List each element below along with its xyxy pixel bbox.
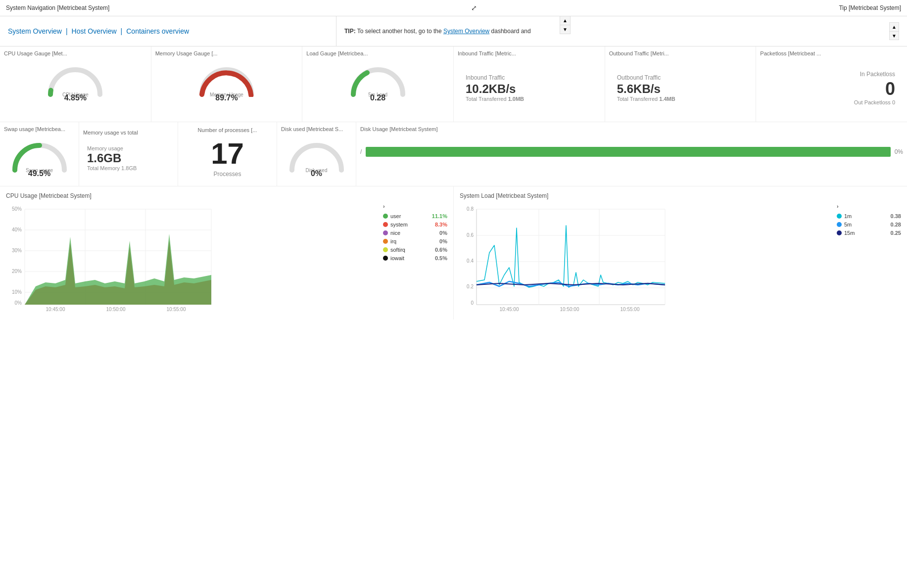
legend-softirq: softirq 0.6% — [383, 247, 447, 253]
cpu-chart-legend: › user 11.1% system 8.3% nice 0% irq 0% — [383, 203, 447, 264]
memory-gauge-container: Memory Usage 89.7% — [155, 58, 298, 106]
outbound-label: Outbound Traffic — [617, 74, 661, 81]
cpu-gauge-container: CPU Usage 4.85% — [4, 58, 147, 106]
legend-nice: nice 0% — [383, 230, 447, 236]
memory-total-title: Memory usage vs total — [83, 130, 174, 136]
svg-text:30%: 30% — [12, 248, 22, 253]
svg-text:10:55:00: 10:55:00 — [621, 307, 640, 312]
disk-bar-pct: 0% — [895, 148, 903, 155]
svg-text:0.2: 0.2 — [467, 284, 474, 289]
outbound-traffic-panel: Outbound Traffic [Metri... Outbound Traf… — [605, 46, 757, 122]
top-bar-right-title: Tip [Metricbeat System] — [839, 4, 901, 11]
in-packetloss-label: In Packetloss — [860, 71, 895, 78]
memory-gauge-panel: Memory Usage Gauge [... Memory Usage 89.… — [151, 46, 303, 122]
charts-row: CPU Usage [Metricbeat System] 50% 40% 30… — [0, 186, 907, 319]
svg-text:10:50:00: 10:50:00 — [560, 307, 579, 312]
swap-gauge-title: Swap usage [Metricbea... — [4, 126, 75, 132]
svg-text:10:55:00: 10:55:00 — [167, 307, 186, 312]
tip-link[interactable]: System Overview — [443, 28, 489, 35]
svg-text:0.4: 0.4 — [467, 258, 474, 264]
inbound-traffic-title: Inbound Traffic [Metric... — [458, 50, 601, 56]
cpu-chart-area: 50% 40% 30% 20% 10% 0% — [6, 203, 447, 314]
memory-total-panel: Memory usage vs total Memory usage 1.6GB… — [79, 122, 178, 186]
svg-text:0%: 0% — [15, 300, 22, 306]
memory-total-row: Total Memory 1.8GB — [87, 165, 170, 171]
processes-title: Number of processes [... — [198, 127, 257, 133]
expand-icon[interactable]: ⤢ — [471, 4, 477, 12]
swap-gauge-panel: Swap usage [Metricbea... Swap usage 49.5… — [0, 122, 79, 186]
svg-text:40%: 40% — [12, 227, 22, 232]
disk-bar-mount: / — [360, 148, 362, 155]
load-chart-title: System Load [Metricbeat System] — [460, 192, 901, 199]
tip-scroll-up[interactable]: ▲ — [889, 22, 899, 31]
disk-usage-panel: Disk Usage [Metricbeat System] / 0% — [356, 122, 907, 186]
disk-gauge-title: Disk used [Metricbeat S... — [281, 126, 352, 132]
svg-text:10:50:00: 10:50:00 — [106, 307, 126, 312]
cpu-gauge-title: CPU Usage Gauge [Met... — [4, 50, 147, 56]
inbound-traffic-content: Inbound Traffic 10.2KB/s Total Transferr… — [458, 58, 601, 118]
memory-usage-label: Memory usage — [87, 145, 170, 151]
outbound-value: 5.6KB/s — [617, 82, 661, 96]
tip-scroll-down[interactable]: ▼ — [889, 31, 899, 40]
cpu-gauge-panel: CPU Usage Gauge [Met... CPU Usage 4.85% — [0, 46, 151, 122]
nav-link-system-overview[interactable]: System Overview — [8, 27, 62, 35]
disk-bar-row: / 0% — [360, 147, 903, 157]
load-gauge-value: 0.28 — [368, 93, 387, 102]
tip-section: TIP: To select another host, go to the S… — [336, 16, 907, 46]
memory-gauge-title: Memory Usage Gauge [... — [155, 50, 298, 56]
top-bar-left-title: System Navigation [Metricbeat System] — [6, 4, 109, 11]
legend-irq: irq 0% — [383, 238, 447, 244]
legend-5m: 5m 0.28 — [837, 222, 901, 227]
legend-iowait: iowait 0.5% — [383, 255, 447, 261]
nav-link-host-overview[interactable]: Host Overview — [72, 27, 117, 35]
outbound-traffic-title: Outbound Traffic [Metri... — [609, 50, 752, 56]
row2: Swap usage [Metricbea... Swap usage 49.5… — [0, 122, 907, 186]
legend-user: user 11.1% — [383, 213, 447, 219]
tip-text: TIP: To select another host, go to the S… — [344, 28, 531, 35]
nav-sep-1: | — [66, 27, 68, 35]
nav-links: System Overview | Host Overview | Contai… — [0, 16, 336, 46]
svg-text:10%: 10% — [12, 289, 22, 295]
nav-scroll-controls: ▲ ▼ — [560, 16, 571, 34]
nav-section: System Overview | Host Overview | Contai… — [0, 16, 907, 46]
disk-usage-title: Disk Usage [Metricbeat System] — [360, 126, 903, 132]
processes-panel: Number of processes [... 17 Processes — [178, 122, 277, 186]
load-chart-area: 0.8 0.6 0.4 0.2 0 — [460, 203, 901, 314]
nav-link-containers-overview[interactable]: Containers overview — [126, 27, 189, 35]
load-gauge-title: Load Gauge [Metricbea... — [306, 50, 449, 56]
cpu-chart-svg: 50% 40% 30% 20% 10% 0% — [6, 203, 214, 312]
svg-text:0.8: 0.8 — [467, 206, 474, 212]
swap-gauge-value: 49.5% — [26, 169, 53, 178]
packetloss-content: In Packetloss 0 Out Packetloss 0 — [760, 58, 903, 118]
outbound-sub: Total Transferred 1.4MB — [617, 96, 675, 102]
svg-text:10:45:00: 10:45:00 — [46, 307, 65, 312]
load-chart-svg-wrap: 0.8 0.6 0.4 0.2 0 — [460, 203, 831, 314]
load-gauge-panel: Load Gauge [Metricbea... 5m Load 0.28 — [302, 46, 454, 122]
svg-text:0.6: 0.6 — [467, 232, 474, 238]
nav-scroll-up[interactable]: ▲ — [560, 16, 570, 25]
outbound-traffic-content: Outbound Traffic 5.6KB/s Total Transferr… — [609, 58, 752, 118]
nav-scroll-down[interactable]: ▼ — [560, 25, 570, 34]
load-gauge-container: 5m Load 0.28 — [306, 58, 449, 106]
load-chart-legend: › 1m 0.38 5m 0.28 15m 0.25 — [837, 203, 901, 238]
cpu-chart-panel: CPU Usage [Metricbeat System] 50% 40% 30… — [0, 186, 454, 319]
legend-15m: 15m 0.25 — [837, 230, 901, 236]
out-packetloss-row: Out Packetloss 0 — [854, 99, 895, 105]
inbound-traffic-panel: Inbound Traffic [Metric... Inbound Traff… — [454, 46, 605, 122]
packetloss-title: Packetloss [Metricbeat ... — [760, 50, 903, 56]
inbound-label: Inbound Traffic — [466, 74, 505, 81]
cpu-chart-svg-wrap: 50% 40% 30% 20% 10% 0% — [6, 203, 377, 314]
top-bar: System Navigation [Metricbeat System] ⤢ … — [0, 0, 907, 16]
load-chart-svg: 0.8 0.6 0.4 0.2 0 — [460, 203, 668, 312]
load-chart-panel: System Load [Metricbeat System] 0.8 0.6 … — [454, 186, 907, 319]
packetloss-panel: Packetloss [Metricbeat ... In Packetloss… — [756, 46, 907, 122]
disk-gauge-container: Disk used 0% — [281, 134, 352, 182]
svg-text:0: 0 — [471, 300, 474, 306]
cpu-gauge-value: 4.85% — [62, 93, 89, 102]
inbound-value: 10.2KB/s — [466, 82, 516, 96]
swap-gauge-container: Swap usage 49.5% — [4, 134, 75, 182]
svg-text:20%: 20% — [12, 269, 22, 274]
processes-value: 17 — [211, 139, 244, 169]
disk-gauge-panel: Disk used [Metricbeat S... Disk used 0% — [277, 122, 356, 186]
disk-bar-fill — [366, 147, 890, 157]
